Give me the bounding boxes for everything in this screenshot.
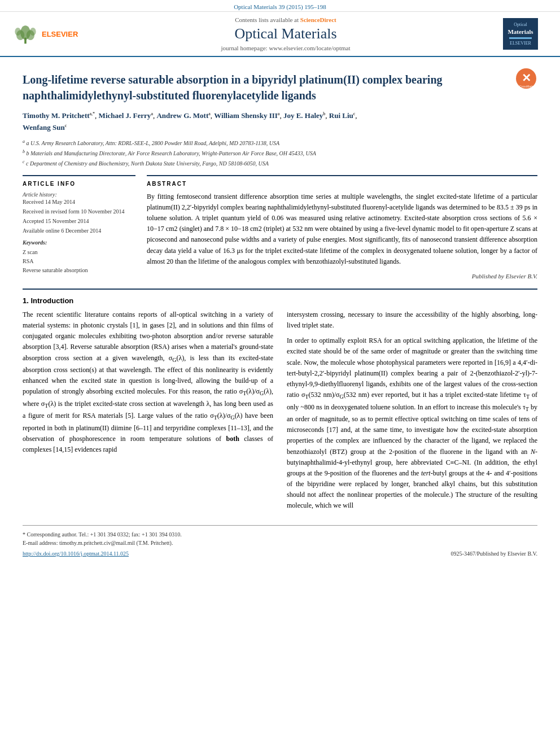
- elsevier-logo: ELSEVIER: [11, 23, 79, 45]
- crossmark-logo: ✕ CrossMark: [515, 67, 537, 92]
- intro-left-col: The recent scientific literature contain…: [23, 309, 273, 516]
- sciencedirect-link[interactable]: ScienceDirect: [300, 16, 336, 23]
- keyword-rsa-full: Reverse saturable absorption: [23, 266, 135, 275]
- authors: Timothy M. Pritchetta,*, Michael J. Ferr…: [23, 110, 537, 134]
- svg-text:CrossMark: CrossMark: [519, 85, 533, 88]
- affiliation-a: a a U.S. Army Research Laboratory, Attn:…: [23, 138, 537, 147]
- doi-link[interactable]: http://dx.doi.org/10.1016/j.optmat.2014.…: [23, 551, 129, 557]
- header: ELSEVIER Contents lists available at Sci…: [0, 12, 560, 57]
- online-value: Available online 6 December 2014: [23, 228, 135, 234]
- main-content: Long-lifetime reverse saturable absorpti…: [0, 57, 560, 568]
- intro-right-col: intersystem crossing, necessary to insur…: [287, 309, 537, 516]
- revised-value: Received in revised form 10 November 201…: [23, 208, 135, 215]
- keyword-zscan: Z scan: [23, 248, 135, 257]
- sciencedirect-prefix: Contents lists available at: [235, 16, 299, 23]
- header-center: Contents lists available at ScienceDirec…: [85, 16, 487, 51]
- abstract-panel: ABSTRACT By fitting femtosecond transien…: [147, 175, 537, 279]
- abstract-text: By fitting femtosecond transient differe…: [147, 191, 537, 267]
- abstract-heading: ABSTRACT: [147, 181, 537, 187]
- footnote-area: * Corresponding author. Tel.: +1 301 394…: [23, 525, 537, 547]
- keyword-rsa-abbr: RSA: [23, 257, 135, 266]
- author-rui: Rui Liu: [329, 111, 353, 120]
- keywords-label: Keywords:: [23, 239, 135, 246]
- published-by: Published by Elsevier B.V.: [147, 273, 537, 279]
- article-title: Long-lifetime reverse saturable absorpti…: [23, 72, 509, 103]
- author-timothy: Timothy M. Pritchett: [23, 111, 90, 120]
- bottom-links: http://dx.doi.org/10.1016/j.optmat.2014.…: [23, 551, 537, 557]
- article-info-panel: Article Info Article history: Received 1…: [23, 175, 135, 279]
- affiliations: a a U.S. Army Research Laboratory, Attn:…: [23, 138, 537, 168]
- journal-homepage: journal homepage: www.elsevier.com/locat…: [85, 45, 487, 51]
- intro-columns: The recent scientific literature contain…: [23, 309, 537, 516]
- svg-text:✕: ✕: [522, 72, 531, 84]
- email-note: E-mail address: timothy.m.pritchett.civ@…: [23, 539, 537, 547]
- affiliation-c: c c Department of Chemistry and Biochemi…: [23, 159, 537, 168]
- intro-right-para-2: In order to optimally exploit RSA for an…: [287, 335, 537, 511]
- received-value: Received 14 May 2014: [23, 199, 135, 205]
- history-label: Article history:: [23, 191, 135, 198]
- intro-left-para: The recent scientific literature contain…: [23, 309, 273, 455]
- svg-point-4: [15, 28, 21, 36]
- elsevier-logo-area: ELSEVIER: [11, 23, 79, 45]
- journal-title: Optical Materials: [85, 25, 487, 42]
- top-bar: Optical Materials 39 (2015) 195–198: [0, 0, 560, 12]
- crossmark-icon: ✕ CrossMark: [515, 67, 537, 90]
- corresponding-author-note: * Corresponding author. Tel.: +1 301 394…: [23, 530, 537, 539]
- intro-right-para-1: intersystem crossing, necessary to insur…: [287, 309, 537, 331]
- intro-section-title: 1. Introduction: [23, 296, 537, 305]
- issn-text: 0925-3467/Published by Elsevier B.V.: [451, 551, 537, 557]
- body-content: 1. Introduction The recent scientific li…: [23, 289, 537, 516]
- journal-logo-area: Optical Materials ELSEVIER: [492, 18, 549, 50]
- info-abstract-columns: Article Info Article history: Received 1…: [23, 175, 537, 279]
- svg-point-5: [30, 28, 36, 36]
- author-andrew: Andrew G. Mott: [156, 111, 208, 120]
- elsevier-wordmark: ELSEVIER: [42, 30, 78, 38]
- author-william: William Shensky III: [214, 111, 277, 120]
- affiliation-b: b b Materials and Manufacturing Director…: [23, 148, 537, 158]
- elsevier-tree-icon: [11, 23, 40, 45]
- journal-logo-box: Optical Materials ELSEVIER: [503, 18, 537, 50]
- accepted-value: Accepted 15 November 2014: [23, 218, 135, 224]
- author-michael: Michael J. Ferry: [99, 111, 151, 120]
- author-joy: Joy E. Haley: [283, 111, 323, 120]
- title-row: Long-lifetime reverse saturable absorpti…: [23, 63, 537, 110]
- article-info-heading: Article Info: [23, 181, 135, 187]
- sciencedirect-notice: Contents lists available at ScienceDirec…: [85, 16, 487, 23]
- author-wenfang: Wenfang Sun: [23, 123, 65, 132]
- journal-info: Optical Materials 39 (2015) 195–198: [234, 3, 326, 10]
